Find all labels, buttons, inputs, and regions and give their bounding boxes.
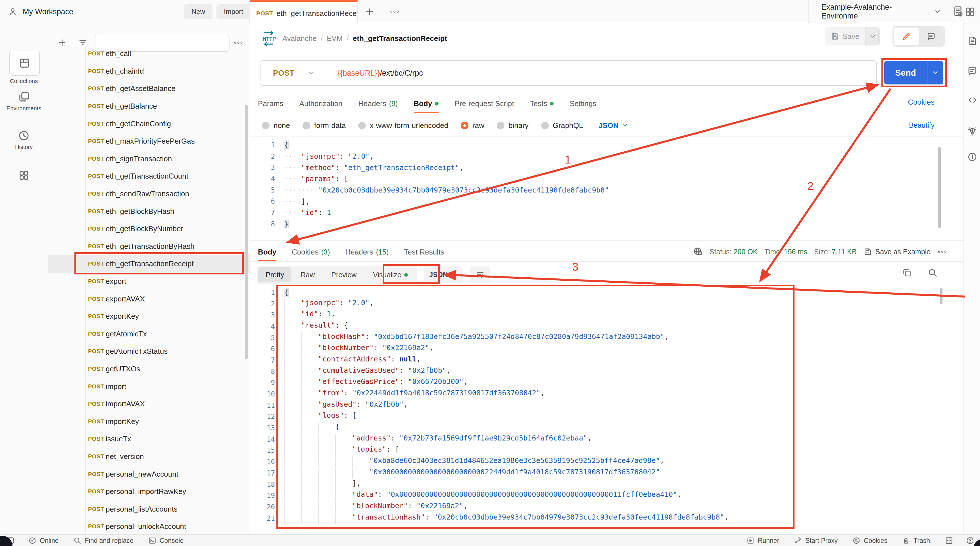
list-item-exportavax[interactable]: POSTexportAVAX: [48, 290, 250, 308]
list-item-eth-call[interactable]: POSTeth_call: [48, 45, 250, 62]
list-item-importkey[interactable]: POSTimportKey: [48, 413, 250, 430]
body-mode-graphql[interactable]: GraphQL: [541, 121, 583, 130]
body-mode-raw[interactable]: raw: [461, 121, 484, 130]
save-options-button[interactable]: [865, 27, 880, 46]
beautify-link[interactable]: Beautify: [909, 121, 935, 129]
tab-headers[interactable]: Headers(15): [345, 243, 389, 261]
list-item-eth-chainid[interactable]: POSTeth_chainId: [48, 62, 250, 80]
find-and-replace[interactable]: Find and replace: [73, 536, 133, 544]
tab-params[interactable]: Params: [258, 94, 283, 113]
size-value[interactable]: 7.11 KB: [832, 248, 856, 255]
comment-icon[interactable]: [967, 66, 977, 76]
tab-raw[interactable]: Raw: [293, 267, 322, 283]
list-item-eth-sendrawtransaction[interactable]: POSTeth_sendRawTransaction: [48, 185, 250, 203]
list-item-eth-signtransaction[interactable]: POSTeth_signTransaction: [48, 150, 250, 168]
tab-settings[interactable]: Settings: [570, 94, 596, 113]
tab-cookies[interactable]: Cookies(3): [292, 243, 330, 261]
list-item-personal-importrawkey[interactable]: POSTpersonal_importRawKey: [48, 483, 250, 500]
list-item-eth-getbalance[interactable]: POSTeth_getBalance: [48, 97, 250, 115]
response-splitter[interactable]: [250, 240, 963, 241]
runner-button[interactable]: Runner: [746, 536, 779, 544]
save-button[interactable]: Save: [825, 27, 865, 46]
tab-pretty[interactable]: Pretty: [258, 267, 291, 283]
body-mode-x-www-form-urlencoded[interactable]: x-www-form-urlencoded: [358, 121, 448, 130]
list-item-getatomictxstatus[interactable]: POSTgetAtomicTxStatus: [48, 343, 250, 360]
list-item-exportkey[interactable]: POSTexportKey: [48, 308, 250, 325]
body-mode-none[interactable]: none: [262, 121, 290, 130]
code-snippet-icon[interactable]: [967, 95, 977, 105]
sidebar-item-collections[interactable]: [9, 51, 40, 76]
import-button[interactable]: Import: [216, 4, 251, 19]
tab-tests[interactable]: Tests: [530, 94, 554, 113]
documentation-icon[interactable]: [967, 36, 977, 46]
environment-selector[interactable]: Example-Avalanche-Environme: [808, 0, 964, 23]
lightbulb-icon[interactable]: [967, 126, 977, 136]
workspace-title[interactable]: My Workspace: [23, 7, 73, 16]
list-item-export[interactable]: POSTexport: [48, 273, 250, 291]
list-item-issuetx[interactable]: POSTissueTx: [48, 430, 250, 448]
new-tab-icon[interactable]: [365, 7, 374, 16]
breadcrumb-collection[interactable]: Avalanche: [282, 34, 317, 43]
tab-pre-request-script[interactable]: Pre-request Script: [455, 94, 514, 113]
list-item-importavax[interactable]: POSTimportAVAX: [48, 395, 250, 413]
status-value[interactable]: 200 OK: [734, 248, 758, 255]
body-language-select[interactable]: JSON: [598, 121, 628, 130]
list-item-eth-getassetbalance[interactable]: POSTeth_getAssetBalance: [48, 80, 250, 97]
tab-test-results[interactable]: Test Results: [404, 243, 444, 261]
request-tab[interactable]: POST eth_getTransactionRece: [250, 0, 358, 25]
copy-icon[interactable]: [902, 268, 912, 278]
response-options-icon[interactable]: [937, 250, 947, 254]
sidebar-scrollbar[interactable]: [245, 105, 248, 359]
url-input[interactable]: {{baseURL}}/ext/bc/C/rpc: [338, 69, 423, 78]
search-icon[interactable]: [928, 268, 937, 278]
response-scrollbar[interactable]: [940, 288, 942, 304]
list-item-personal-listaccounts[interactable]: POSTpersonal_listAccounts: [48, 500, 250, 518]
list-item-eth-getblockbynumber[interactable]: POSTeth_getBlockByNumber: [48, 220, 250, 238]
list-item-getutxos[interactable]: POSTgetUTXOs: [48, 360, 250, 378]
list-item-personal-newaccount[interactable]: POSTpersonal_newAccount: [48, 465, 250, 483]
workspace-panel-icon[interactable]: [965, 7, 975, 16]
environment-quick-look-icon[interactable]: [953, 6, 964, 18]
help-icon[interactable]: [966, 536, 974, 545]
list-item-personal-unlockaccount[interactable]: POSTpersonal_unlockAccount: [48, 518, 250, 534]
wrap-lines-button[interactable]: [470, 267, 490, 283]
tab-options-icon[interactable]: [390, 10, 399, 14]
user-icon[interactable]: [8, 7, 18, 16]
body-mode-form-data[interactable]: form-data: [302, 121, 346, 130]
list-item-import[interactable]: POSTimport: [48, 378, 250, 395]
tab-body[interactable]: Body: [258, 243, 277, 261]
time-value[interactable]: 156 ms: [784, 248, 807, 255]
list-item-eth-getchainconfig[interactable]: POSTeth_getChainConfig: [48, 115, 250, 133]
request-editor-scrollbar[interactable]: [938, 147, 941, 228]
cookies-button[interactable]: Cookies: [853, 536, 888, 544]
cookies-link[interactable]: Cookies: [908, 98, 935, 107]
tab-body[interactable]: Body: [414, 94, 439, 113]
body-mode-binary[interactable]: binary: [497, 121, 529, 130]
tab-headers[interactable]: Headers(9): [358, 94, 398, 113]
trash-button[interactable]: Trash: [902, 536, 930, 544]
request-code[interactable]: 1{2····"jsonrpc": "2.0",3····"method": "…: [258, 139, 609, 230]
list-item-net-version[interactable]: POSTnet_version: [48, 448, 250, 466]
network-globe-icon[interactable]: [693, 247, 703, 257]
sidebar-item-history[interactable]: History: [0, 130, 48, 150]
comments-button[interactable]: [919, 27, 943, 45]
sidebar-item-environments[interactable]: Environments: [0, 91, 48, 112]
breadcrumb-folder[interactable]: EVM: [327, 34, 342, 43]
method-select[interactable]: POST: [273, 69, 294, 78]
list-item-eth-maxpriorityfeepergas[interactable]: POSTeth_maxPriorityFeePerGas: [48, 133, 250, 150]
save-as-example-button[interactable]: Save as Example: [863, 247, 931, 256]
list-item-eth-gettransactioncount[interactable]: POSTeth_getTransactionCount: [48, 168, 250, 185]
more-options-icon[interactable]: [234, 41, 243, 45]
new-button[interactable]: New: [184, 4, 213, 19]
console-button[interactable]: Console: [148, 536, 183, 544]
online-status[interactable]: Online: [29, 536, 59, 544]
list-item-getatomictx[interactable]: POSTgetAtomicTx: [48, 325, 250, 343]
info-icon[interactable]: [967, 152, 977, 162]
tab-preview[interactable]: Preview: [324, 267, 364, 283]
split-panel-icon[interactable]: [945, 536, 953, 545]
start-proxy-button[interactable]: Start Proxy: [794, 536, 838, 544]
list-item-eth-getblockbyhash[interactable]: POSTeth_getBlockByHash: [48, 203, 250, 220]
edit-mode-button[interactable]: [894, 27, 919, 45]
sidebar-item-more[interactable]: [0, 170, 48, 181]
tab-authorization[interactable]: Authorization: [299, 94, 342, 113]
